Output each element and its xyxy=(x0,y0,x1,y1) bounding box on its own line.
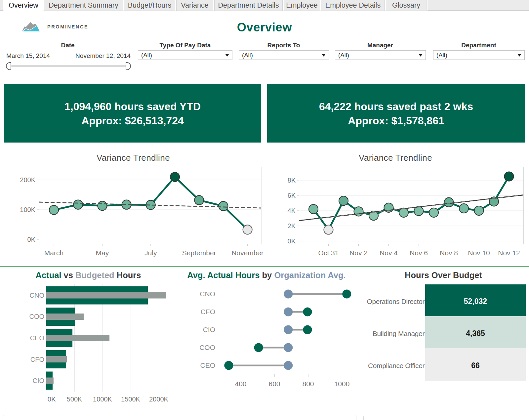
svg-text:Building Manager: Building Manager xyxy=(373,330,425,337)
svg-text:CIO: CIO xyxy=(203,326,215,333)
svg-text:200K: 200K xyxy=(20,176,35,184)
svg-text:CEO: CEO xyxy=(30,334,44,342)
svg-text:6K: 6K xyxy=(288,192,296,199)
svg-text:Nov 10: Nov 10 xyxy=(468,249,490,257)
svg-text:CEO: CEO xyxy=(200,361,215,369)
svg-text:600: 600 xyxy=(268,380,280,388)
svg-text:Nov 4: Nov 4 xyxy=(380,249,398,257)
svg-text:COO: COO xyxy=(199,344,215,351)
svg-text:Variance Trendline: Variance Trendline xyxy=(97,153,170,163)
svg-text:0K: 0K xyxy=(48,396,56,403)
svg-text:Nov 2: Nov 2 xyxy=(349,249,368,257)
svg-text:May: May xyxy=(96,249,109,257)
svg-text:66: 66 xyxy=(471,361,480,370)
svg-text:Avg. Actual Hours by Organizat: Avg. Actual Hours by Organization Avg. xyxy=(187,271,346,280)
svg-text:2000K: 2000K xyxy=(149,396,168,403)
svg-text:CFO: CFO xyxy=(201,308,215,315)
svg-text:Hours Over Budget: Hours Over Budget xyxy=(405,271,482,280)
svg-text:July: July xyxy=(144,249,157,257)
svg-text:Variance Trendline: Variance Trendline xyxy=(359,153,432,163)
svg-text:Nov 6: Nov 6 xyxy=(410,249,428,257)
svg-text:COO: COO xyxy=(29,313,44,320)
svg-text:CFO: CFO xyxy=(30,356,44,363)
svg-text:Operations Director: Operations Director xyxy=(367,298,425,305)
svg-text:500K: 500K xyxy=(67,396,82,403)
svg-text:8K: 8K xyxy=(288,177,296,184)
svg-text:100K: 100K xyxy=(20,206,35,213)
svg-text:400: 400 xyxy=(235,380,246,388)
svg-text:1000K: 1000K xyxy=(93,396,112,403)
svg-text:2K: 2K xyxy=(288,222,296,230)
svg-text:4K: 4K xyxy=(288,207,296,214)
svg-text:November: November xyxy=(231,249,264,257)
svg-text:800: 800 xyxy=(302,380,314,388)
svg-text:CNO: CNO xyxy=(30,292,44,299)
svg-text:0K: 0K xyxy=(288,237,296,245)
svg-text:CIO: CIO xyxy=(32,377,44,384)
svg-text:Nov 8: Nov 8 xyxy=(440,249,458,257)
svg-text:52,032: 52,032 xyxy=(464,297,487,306)
svg-text:Oct 31: Oct 31 xyxy=(318,249,339,257)
svg-text:0K: 0K xyxy=(27,236,36,243)
svg-text:Nov 12: Nov 12 xyxy=(498,249,520,257)
svg-text:1000: 1000 xyxy=(334,380,350,388)
svg-text:4,365: 4,365 xyxy=(466,329,485,338)
svg-text:CNO: CNO xyxy=(200,290,215,298)
svg-text:Actual vs Budgeted Hours: Actual vs Budgeted Hours xyxy=(36,271,141,280)
svg-text:March: March xyxy=(44,249,63,257)
svg-text:September: September xyxy=(182,249,216,257)
svg-text:Compliance Officer: Compliance Officer xyxy=(368,362,425,369)
svg-text:1500K: 1500K xyxy=(121,396,140,403)
